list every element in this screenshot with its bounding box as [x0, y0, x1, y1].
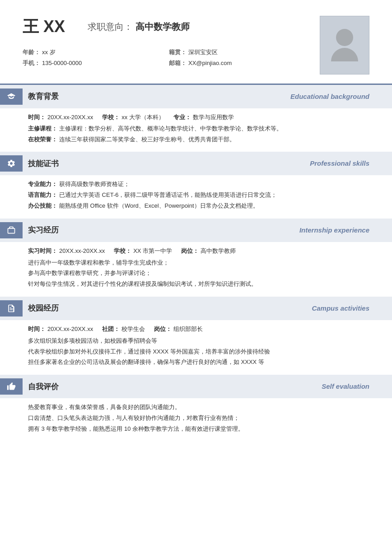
campus-org-value: 校学生会 — [121, 325, 145, 334]
education-header: 教育背景 Educational background — [0, 85, 392, 108]
hometown-value: 深圳宝安区 — [188, 48, 218, 57]
skills-title-en: Professional skills — [310, 158, 369, 169]
education-title-cn: 教育背景 — [28, 90, 290, 102]
campus-position-value: 组织部部长 — [173, 325, 203, 334]
campus-header: 校园经历 Campus activities — [0, 297, 392, 320]
header: 王 XX 求职意向： 高中数学教师 年龄： xx 岁 籍贯： 深圳宝安区 手机：… — [0, 0, 392, 84]
skills-title-cn: 技能证书 — [28, 158, 310, 170]
edu-row-1: 时间： 20XX.xx-20XX.xx 学校： xx 大学（本科） 专业： 数学… — [28, 113, 369, 122]
briefcase-icon — [7, 226, 16, 235]
campus-row-1: 时间： 20XX.xx-20XX.xx 社团： 校学生会 岗位： 组织部部长 — [28, 325, 369, 334]
hometown-item: 籍贯： 深圳宝安区 — [169, 48, 306, 57]
skill-row-1: 专业能力： 获得高级数学教师资格证； — [28, 180, 369, 189]
given-name: XX — [43, 14, 65, 40]
campus-org: 社团： 校学生会 — [102, 325, 145, 334]
campus-org-label: 社团： — [102, 325, 120, 334]
email-item: 邮箱： XX@pinjiao.com — [169, 59, 306, 68]
email-label: 邮箱： — [169, 59, 187, 68]
age-value: xx 岁 — [42, 48, 56, 57]
campus-time-label: 时间： — [28, 325, 46, 334]
edu-time: 时间： 20XX.xx-20XX.xx — [28, 113, 93, 122]
edu-courses-value: 主修课程：数学分析、高等代数、概率论与数学统计、中学数学教学论、数学技术等。 — [59, 124, 282, 134]
photo-head-shape — [336, 29, 353, 46]
intern-school-value: XX 市第一中学 — [133, 247, 172, 256]
header-left: 王 XX 求职意向： 高中数学教师 年龄： xx 岁 籍贯： 深圳宝安区 手机：… — [23, 14, 306, 68]
campus-title-en: Campus activities — [312, 303, 369, 314]
intern-bullet-1: 进行高中一年级数学课程和教学，辅导学生完成作业； — [28, 258, 369, 268]
surname: 王 — [23, 14, 39, 40]
skills-section: 技能证书 Professional skills 专业能力： 获得高级数学教师资… — [0, 152, 392, 218]
campus-body: 时间： 20XX.xx-20XX.xx 社团： 校学生会 岗位： 组织部部长 多… — [0, 320, 392, 375]
photo-box — [320, 16, 369, 74]
self-evaluation-header: 自我评价 Self evaluation — [0, 375, 392, 398]
self-eval-title-cn: 自我评价 — [28, 381, 322, 393]
skills-header: 技能证书 Professional skills — [0, 152, 392, 175]
campus-time: 时间： 20XX.xx-20XX.xx — [28, 325, 93, 334]
skill3-label: 办公技能： — [28, 201, 57, 211]
skill-row-3: 办公技能： 能熟练使用 Office 软件（Word、Excel、Powerpo… — [28, 201, 369, 211]
education-body: 时间： 20XX.xx-20XX.xx 学校： xx 大学（本科） 专业： 数学… — [0, 108, 392, 152]
phone-value: 135-0000-0000 — [42, 59, 82, 68]
skills-icon-box — [0, 155, 23, 172]
self-eval-body: 热爱教育事业，有集体荣誉感，具备良好的团队沟通能力。 口齿清楚、口头笔头表达能力… — [0, 398, 392, 441]
intern-time-label: 实习时间： — [28, 247, 57, 256]
self-eval-icon-box — [0, 378, 23, 395]
graduation-cap-icon — [7, 92, 16, 101]
self-eval-bullet-1: 热爱教育事业，有集体荣誉感，具备良好的团队沟通能力。 — [28, 403, 369, 412]
skill1-label: 专业能力： — [28, 180, 57, 189]
email-value: XX@pinjiao.com — [188, 59, 232, 68]
edu-courses-label: 主修课程： — [28, 124, 57, 134]
edu-time-value: 20XX.xx-20XX.xx — [47, 113, 93, 122]
campus-bullet-3: 担任多家著名企业的公司活动及展会的翻译接待，确保与客户进行良好的沟通，如 XXX… — [28, 358, 369, 367]
edu-honors-label: 在校荣誉： — [28, 135, 57, 144]
photo-placeholder — [331, 29, 358, 61]
intern-position: 岗位： 高中数学教师 — [181, 247, 236, 256]
skills-body: 专业能力： 获得高级数学教师资格证； 语言能力： 已通过大学英语 CET-6，获… — [0, 175, 392, 218]
job-intention: 求职意向： 高中数学教师 — [88, 19, 190, 34]
edu-school-label: 学校： — [102, 113, 120, 122]
intern-row-1: 实习时间： 20XX.xx-20XX.xx 学校： XX 市第一中学 岗位： 高… — [28, 247, 369, 256]
phone-label: 手机： — [23, 59, 40, 68]
campus-time-value: 20XX.xx-20XX.xx — [47, 325, 93, 334]
internship-header: 实习经历 Internship experience — [0, 219, 392, 242]
gear-icon — [7, 159, 16, 168]
intern-position-value: 高中数学教师 — [201, 247, 236, 256]
skill3-value: 能熟练使用 Office 软件（Word、Excel、Powerpoint）日常… — [59, 201, 259, 211]
skill2-label: 语言能力： — [28, 191, 57, 200]
campus-position: 岗位： 组织部部长 — [154, 325, 203, 334]
edu-major-value: 数学与应用数学 — [193, 113, 234, 122]
internship-section: 实习经历 Internship experience 实习时间： 20XX.xx… — [0, 219, 392, 297]
campus-bullet-2: 代表学校组织参加对外礼仪接待工作，通过接待 XXXX 等外国嘉宾，培养丰富的涉外… — [28, 347, 369, 357]
edu-school: 学校： xx 大学（本科） — [102, 113, 164, 122]
skill2-value: 已通过大学英语 CET-6，获得二级甲等普通话证书，能熟练使用英语进行日常交流； — [59, 191, 277, 200]
edu-time-label: 时间： — [28, 113, 46, 122]
edu-honors-row: 在校荣誉： 连续三年获得国家二等奖学金、校三好学生称号、优秀共青团干部。 — [28, 135, 369, 144]
job-label: 求职意向： — [88, 22, 133, 32]
campus-bullet-1: 多次组织策划多项校园活动，如校园春季招聘会等 — [28, 336, 369, 346]
campus-title-cn: 校园经历 — [28, 302, 312, 314]
intern-school: 学校： XX 市第一中学 — [114, 247, 172, 256]
age-label: 年龄： — [23, 48, 40, 57]
internship-title-cn: 实习经历 — [28, 224, 299, 236]
self-eval-bullet-2: 口齿清楚、口头笔头表达能力强，与人有较好协作沟通能力，对教育行业有热情； — [28, 414, 369, 423]
phone-item: 手机： 135-0000-0000 — [23, 59, 160, 68]
skill1-value: 获得高级数学教师资格证； — [59, 180, 130, 189]
self-eval-title-en: Self evaluation — [322, 381, 369, 392]
age-item: 年龄： xx 岁 — [23, 48, 160, 57]
intern-position-label: 岗位： — [181, 247, 199, 256]
personal-info: 年龄： xx 岁 籍贯： 深圳宝安区 手机： 135-0000-0000 邮箱：… — [23, 48, 306, 69]
thumbs-up-icon — [7, 382, 16, 391]
edu-honors-value: 连续三年获得国家二等奖学金、校三好学生称号、优秀共青团干部。 — [59, 135, 235, 144]
photo-body-shape — [331, 48, 358, 61]
edu-major: 专业： 数学与应用数学 — [173, 113, 234, 122]
job-value: 高中数学教师 — [135, 22, 190, 32]
intern-time: 实习时间： 20XX.xx-20XX.xx — [28, 247, 105, 256]
intern-school-label: 学校： — [114, 247, 131, 256]
campus-icon-box — [0, 300, 23, 317]
education-section: 教育背景 Educational background 时间： 20XX.xx-… — [0, 85, 392, 152]
intern-bullet-2: 参与高中数学课程教学研究，并参与评课讨论； — [28, 269, 369, 278]
campus-position-label: 岗位： — [154, 325, 172, 334]
name-row: 王 XX 求职意向： 高中数学教师 — [23, 14, 306, 40]
edu-courses-row: 主修课程： 主修课程：数学分析、高等代数、概率论与数学统计、中学数学教学论、数学… — [28, 124, 369, 134]
intern-bullet-3: 针对每位学生情况，对其进行个性化的课程讲授及编制知识考试，对所学知识进行测试。 — [28, 279, 369, 289]
